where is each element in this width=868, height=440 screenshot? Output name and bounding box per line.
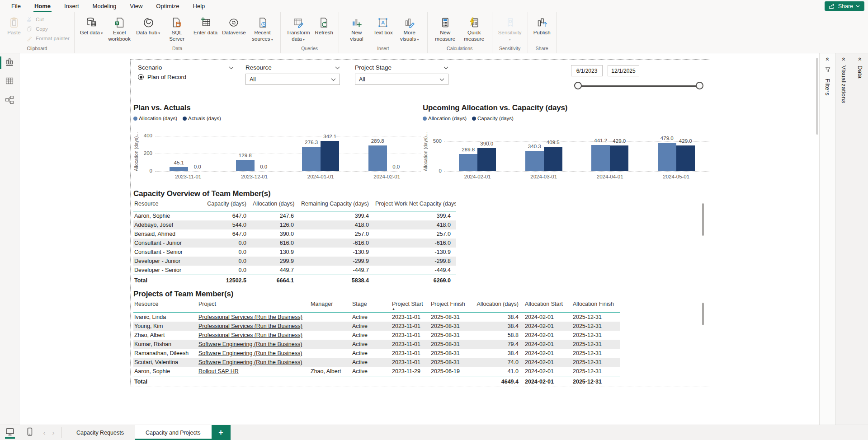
resource-dropdown[interactable]: All <box>245 74 340 85</box>
menu-item-view[interactable]: View <box>123 0 149 12</box>
transform-data-button[interactable]: Transform data ▾ <box>284 14 312 43</box>
column-header[interactable]: Allocation (days) <box>472 301 524 307</box>
bar-series1[interactable] <box>658 143 676 171</box>
menu-item-file[interactable]: File <box>5 0 28 12</box>
table-cell: 647.0 <box>202 213 252 219</box>
table-cell: Zhao, Albert <box>310 368 351 374</box>
slider-handle-end[interactable] <box>696 82 703 89</box>
column-header[interactable]: Allocation (days) <box>252 201 299 207</box>
get-data-button[interactable]: Get data ▾ <box>78 14 104 37</box>
more-visuals-button[interactable]: More visuals ▾ <box>396 14 424 43</box>
column-header[interactable]: Resource <box>133 201 202 207</box>
capacity-overview-table[interactable]: ResourceCapacity (days)Allocation (days)… <box>133 201 456 286</box>
column-header[interactable]: Project Start▲ <box>391 301 430 311</box>
panel-filters[interactable]: «Filters <box>819 53 835 425</box>
expand-panel-icon[interactable]: « <box>840 57 847 61</box>
bar-series2[interactable] <box>610 145 628 171</box>
expand-panel-icon[interactable]: « <box>824 57 830 61</box>
bar-series1[interactable] <box>525 151 544 171</box>
report-canvas[interactable]: Scenario Plan of Record Resource All Pro… <box>19 53 819 425</box>
new-measure-button[interactable]: New measure <box>431 14 459 43</box>
report-page[interactable]: Scenario Plan of Record Resource All Pro… <box>130 59 710 387</box>
project-link[interactable]: Professional Services (Run the Business) <box>198 314 310 320</box>
bar-series2[interactable] <box>676 145 695 171</box>
projects-table[interactable]: ResourceProjectManagerStageProject Start… <box>133 301 620 387</box>
column-header[interactable]: Remaining Capacity (days) <box>299 201 374 207</box>
gridline <box>155 136 421 136</box>
bar-series2[interactable] <box>321 141 339 171</box>
plan-vs-actuals-chart[interactable]: Plan vs. ActualsAllocation (days)Actuals… <box>133 103 423 183</box>
column-header[interactable]: Resource <box>133 301 198 307</box>
chevron-down-icon <box>439 76 444 83</box>
project-link[interactable]: Software Engineering (Run the Business) <box>198 341 310 347</box>
report-view-button[interactable] <box>0 53 19 72</box>
date-end-input[interactable]: 12/1/2025 <box>608 65 639 76</box>
bar-series1[interactable] <box>591 145 610 171</box>
scenario-option-plan-of-record[interactable]: Plan of Record <box>138 74 186 80</box>
text-box-button[interactable]: AText box <box>372 14 395 37</box>
add-page-button[interactable]: + <box>212 425 231 440</box>
column-header[interactable]: Manager <box>310 301 351 307</box>
column-header[interactable]: Project <box>198 301 310 307</box>
bar-series1[interactable] <box>302 147 321 171</box>
total-cell: 5838.4 <box>299 277 374 284</box>
menu-item-home[interactable]: Home <box>28 0 57 12</box>
quick-measure-button[interactable]: Quick measure <box>460 14 488 43</box>
project-link[interactable]: Software Engineering (Run the Business) <box>198 359 310 365</box>
share-button[interactable]: Share <box>825 1 864 11</box>
menu-item-modeling[interactable]: Modeling <box>86 0 123 12</box>
column-header[interactable]: Allocation Finish <box>572 301 620 307</box>
column-header[interactable]: Allocation Start <box>524 301 572 307</box>
bar-series2[interactable] <box>477 148 496 171</box>
mobile-view-toggle[interactable] <box>20 425 40 440</box>
desktop-view-toggle[interactable] <box>0 425 20 440</box>
table-view-button[interactable] <box>0 72 19 91</box>
enter-data-button[interactable]: Enter data <box>192 14 219 37</box>
chevron-down-icon[interactable] <box>229 63 234 71</box>
upcoming-allocation-vs-capacity-chart[interactable]: Upcoming Allocation vs. Capacity (days)A… <box>423 103 712 183</box>
dataverse-button[interactable]: Dataverse <box>220 14 247 37</box>
table-cell: 0.0 <box>202 267 252 273</box>
bar-series1[interactable] <box>459 154 477 171</box>
project-link[interactable]: Software Engineering (Run the Business) <box>198 350 310 356</box>
projects-table-scrollbar[interactable] <box>702 303 704 325</box>
table-cell: -299.9 <box>299 258 374 264</box>
column-header[interactable]: Capacity (days) <box>202 201 252 207</box>
expand-panel-icon[interactable]: « <box>857 57 863 61</box>
bar-series2[interactable] <box>544 147 562 171</box>
project-link[interactable]: Professional Services (Run the Business) <box>198 332 310 338</box>
table-cell: Active <box>351 341 391 347</box>
column-header[interactable]: Stage <box>351 301 391 307</box>
new-visual-button[interactable]: New visual <box>343 14 371 43</box>
project-link[interactable]: Professional Services (Run the Business) <box>198 323 310 329</box>
panel-data[interactable]: «Data <box>852 53 868 425</box>
project-link[interactable]: Rollout SAP HR <box>198 368 310 374</box>
chevron-down-icon[interactable] <box>443 63 448 71</box>
recent-sources-button[interactable]: Recent sources ▾ <box>249 14 277 43</box>
refresh-button[interactable]: Refresh <box>313 14 335 37</box>
panel-visualizations[interactable]: «Visualizations <box>835 53 852 425</box>
date-range-slider[interactable] <box>578 81 700 90</box>
chevron-down-icon[interactable] <box>335 63 340 71</box>
menu-item-optimize[interactable]: Optimize <box>149 0 186 12</box>
sql-server-button[interactable]: SQL Server <box>163 14 191 43</box>
canvas-scrollbar[interactable] <box>816 58 818 135</box>
capacity-table-scrollbar[interactable] <box>702 203 704 236</box>
project-stage-dropdown[interactable]: All <box>355 74 448 85</box>
page-tab-capacity-and-projects[interactable]: Capacity and Projects <box>135 425 212 440</box>
slider-handle-start[interactable] <box>574 82 582 89</box>
date-start-input[interactable]: 6/1/2023 <box>571 65 603 76</box>
column-header[interactable]: Project Work Net Capacity (days) <box>374 201 456 207</box>
table-total-row: Total4649.42024-02-012025-12-31 <box>133 376 620 387</box>
data-hub-button[interactable]: Data hub ▾ <box>134 14 162 37</box>
slider-track[interactable] <box>578 85 700 87</box>
column-header[interactable]: Project Finish <box>430 301 472 307</box>
menu-item-help[interactable]: Help <box>186 0 212 12</box>
model-view-button[interactable] <box>0 91 19 110</box>
column-header-label: Remaining Capacity (days) <box>300 201 369 207</box>
menu-item-insert[interactable]: Insert <box>57 0 86 12</box>
excel-workbook-button[interactable]: XExcel workbook <box>105 14 133 43</box>
page-tab-capacity-requests[interactable]: Capacity Requests <box>66 425 135 440</box>
bar-value-label: 129.8 <box>231 153 259 158</box>
publish-button[interactable]: Publish <box>532 14 552 37</box>
